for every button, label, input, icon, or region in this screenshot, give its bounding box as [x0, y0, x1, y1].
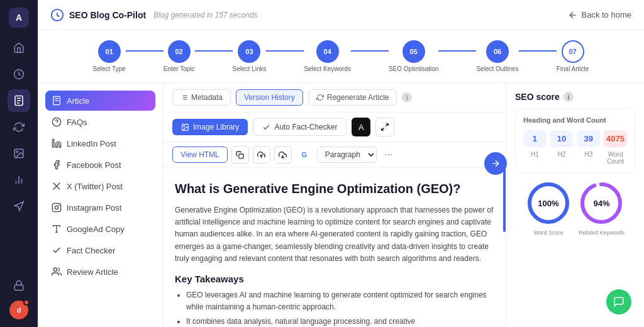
nav-item-twitter-label: X (Twitter) Post — [67, 182, 123, 191]
step-5-label: SEO Optimisation — [389, 65, 438, 72]
nav-item-twitter[interactable]: X (Twitter) Post — [45, 176, 155, 196]
nav-item-linkedin-label: LinkedIn Post — [67, 139, 116, 148]
word-score-text: 100% — [538, 199, 558, 208]
expand-button[interactable] — [375, 118, 394, 136]
word-count-label: Word Count — [604, 150, 627, 165]
left-nav-panel: Article FAQs LinkedIn Post Facebook Post… — [38, 83, 164, 327]
editor-toolbar: View HTML G Paragraph ··· — [164, 142, 506, 168]
svg-line-36 — [382, 128, 384, 130]
sidebar-icon-lock — [8, 274, 30, 297]
metadata-tab[interactable]: Metadata — [172, 89, 231, 106]
app-logo: A — [9, 8, 29, 28]
step-line-1 — [126, 50, 164, 52]
chat-fab-button[interactable] — [606, 289, 631, 314]
step-1[interactable]: 01 Select Type — [93, 40, 126, 72]
heading-word-count-section: Heading and Word Count 1 10 39 4075 H1 H… — [515, 108, 635, 173]
app-title: SEO Blog Co-Pilot — [69, 10, 146, 20]
nav-item-faqs[interactable]: FAQs — [45, 112, 155, 132]
step-6-circle: 06 — [486, 40, 509, 63]
sidebar-icon-megaphone[interactable] — [8, 195, 30, 218]
step-line-3 — [266, 50, 304, 52]
expand-icon — [380, 123, 389, 131]
article-body[interactable]: Generative Engine Optimization (GEO) is … — [175, 204, 494, 265]
related-keywords-wrap: 94% — [579, 180, 624, 226]
sidebar-icon-home[interactable] — [8, 36, 30, 59]
heading-grid: 1 10 39 4075 — [523, 130, 627, 147]
word-count-value: 4075 — [604, 130, 627, 147]
svg-rect-10 — [14, 285, 23, 290]
h1-label: H1 — [523, 150, 547, 165]
more-options-button[interactable]: ··· — [380, 149, 396, 160]
sidebar-icon-history[interactable] — [8, 63, 30, 86]
auto-fact-checker-button[interactable]: Auto Fact-Checker — [253, 118, 347, 136]
nav-item-instagram[interactable]: Instagram Post — [45, 197, 155, 218]
word-score-wrap: 100% — [526, 180, 571, 226]
h2-value: 10 — [550, 130, 574, 147]
step-7[interactable]: 07 Final Article — [557, 40, 589, 72]
app-logo-icon — [50, 8, 64, 22]
nav-item-reviewarticle-label: Review Article — [67, 267, 118, 277]
h1-value: 1 — [523, 130, 547, 147]
step-line-6 — [519, 50, 557, 52]
next-button[interactable] — [484, 152, 507, 175]
step-3[interactable]: 03 Select Links — [233, 40, 267, 72]
sidebar-icon-document[interactable] — [8, 89, 30, 112]
seo-info-icon[interactable]: i — [564, 92, 574, 102]
nav-item-article[interactable]: Article — [45, 91, 155, 111]
app-subtitle: Blog generated in 157 seconds — [153, 11, 257, 19]
sidebar-icon-chart[interactable] — [8, 169, 30, 191]
step-6[interactable]: 06 Select Outlines — [476, 40, 518, 72]
sidebar-icon-sync[interactable] — [8, 116, 30, 138]
svg-rect-18 — [52, 142, 54, 147]
svg-point-19 — [52, 139, 54, 141]
sidebar-left: A d — [0, 0, 38, 327]
view-html-button[interactable]: View HTML — [172, 147, 228, 163]
nav-item-reviewarticle[interactable]: Review Article — [45, 262, 155, 282]
dark-mode-button[interactable]: A — [352, 118, 370, 136]
copy-icon — [236, 151, 244, 159]
nav-item-linkedin[interactable]: LinkedIn Post — [45, 133, 155, 153]
nav-item-instagram-label: Instagram Post — [67, 203, 121, 213]
regenerate-article-button[interactable]: Regenerate Article — [308, 89, 397, 106]
nav-item-facebook[interactable]: Facebook Post — [45, 155, 155, 175]
next-arrow-icon — [491, 158, 501, 169]
user-avatar[interactable]: d — [9, 301, 28, 319]
step-2[interactable]: 02 Enter Topic — [164, 40, 195, 72]
heading-labels: H1 H2 H3 Word Count — [523, 150, 627, 165]
toolbar-top: Metadata Version History Regenerate Arti… — [164, 83, 506, 113]
related-keywords-circle: 94% Related Keywords — [579, 180, 625, 236]
bullet-2: It combines data analysis, natural langu… — [186, 316, 494, 327]
svg-point-34 — [184, 125, 185, 126]
editor-tool-google[interactable]: G — [296, 146, 313, 164]
chat-icon — [613, 296, 625, 308]
sidebar-icon-image[interactable] — [8, 142, 30, 165]
back-to-home-button[interactable]: Back to home — [568, 10, 632, 20]
main-area: SEO Blog Co-Pilot Blog generated in 157 … — [38, 0, 644, 327]
bullet-list: GEO leverages AI and machine learning to… — [175, 289, 494, 327]
info-icon[interactable]: i — [402, 92, 412, 103]
image-library-button[interactable]: Image Library — [172, 119, 248, 135]
step-5[interactable]: 05 SEO Optimisation — [389, 40, 438, 72]
key-takeaways-heading: Key Takeaways — [175, 274, 494, 284]
nav-item-googlead[interactable]: GoogleAd Copy — [45, 219, 155, 239]
word-score-pct: 100% — [538, 199, 558, 208]
step-2-label: Enter Topic — [164, 65, 195, 72]
article-icon — [52, 96, 62, 106]
regenerate-icon — [316, 94, 324, 101]
editor-tool-download[interactable] — [274, 146, 292, 164]
step-7-circle: 07 — [562, 40, 584, 63]
editor-tool-upload[interactable] — [253, 146, 270, 164]
step-3-label: Select Links — [233, 65, 267, 72]
download-icon — [279, 151, 287, 159]
editor-tool-copy[interactable] — [231, 146, 249, 164]
step-line-4 — [351, 50, 389, 52]
bullet-1: GEO leverages AI and machine learning to… — [186, 289, 494, 313]
svg-point-6 — [16, 151, 18, 152]
version-history-tab[interactable]: Version History — [236, 89, 303, 106]
svg-rect-37 — [239, 153, 243, 158]
step-4[interactable]: 04 Select Keywords — [304, 40, 350, 72]
paragraph-selector[interactable]: Paragraph — [317, 147, 377, 163]
nav-item-factchecker[interactable]: Fact Checker — [45, 240, 155, 260]
step-6-label: Select Outlines — [476, 65, 518, 72]
back-arrow-icon — [568, 10, 578, 20]
